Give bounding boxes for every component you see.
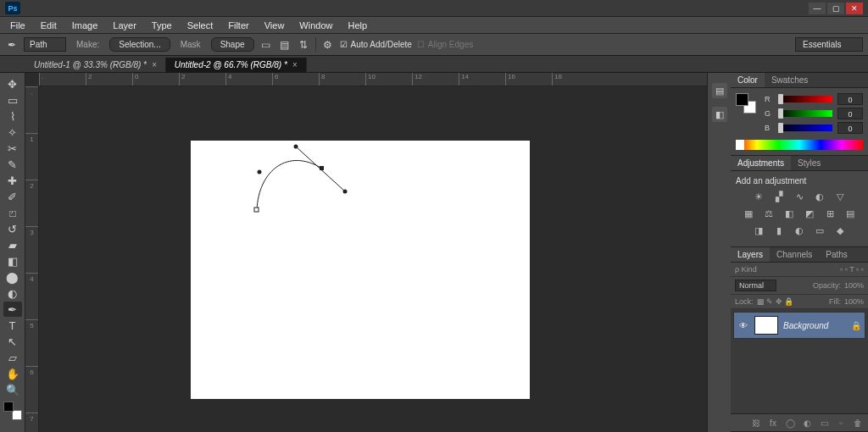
g-slider[interactable] (778, 110, 832, 117)
make-shape-button[interactable]: Shape (211, 37, 254, 52)
threshold-icon[interactable]: ◐ (793, 224, 806, 236)
b-value[interactable]: 0 (837, 122, 863, 134)
balance-icon[interactable]: ⚖ (762, 208, 776, 219)
adjustments-tab[interactable]: Adjustments (731, 156, 791, 170)
link-icon[interactable]: ⛓ (750, 417, 762, 429)
stamp-tool[interactable]: ⏍ (3, 205, 22, 220)
workspace-dropdown[interactable]: Essentials (795, 37, 863, 52)
fill-value[interactable]: 100% (844, 297, 864, 306)
path-select-tool[interactable]: ↖ (3, 334, 22, 349)
exposure-icon[interactable]: ◐ (813, 191, 826, 202)
make-mask-button[interactable]: Mask (175, 38, 206, 51)
layer-name[interactable]: Background (783, 321, 846, 330)
close-icon[interactable]: × (292, 60, 298, 69)
menu-view[interactable]: View (258, 19, 292, 32)
channel-mixer-icon[interactable]: ⊞ (823, 208, 837, 219)
styles-tab[interactable]: Styles (791, 156, 827, 170)
eraser-tool[interactable]: ▰ (3, 237, 22, 252)
history-brush-tool[interactable]: ↺ (3, 221, 22, 236)
paths-tab[interactable]: Paths (819, 247, 854, 262)
vibrance-icon[interactable]: ▽ (833, 191, 847, 202)
zoom-tool[interactable]: 🔍 (3, 382, 22, 397)
mask-icon[interactable]: ◯ (784, 417, 796, 429)
dodge-tool[interactable]: ◐ (3, 285, 22, 301)
path-ops-icon[interactable]: ▭ (259, 38, 273, 52)
maximize-button[interactable]: ▢ (827, 3, 844, 14)
crop-tool[interactable]: ✂ (3, 141, 22, 156)
color-tab[interactable]: Color (731, 73, 765, 87)
trash-icon[interactable]: 🗑 (852, 417, 864, 429)
hue-icon[interactable]: ▦ (742, 208, 755, 219)
lasso-tool[interactable]: ⌇ (3, 108, 22, 124)
mode-dropdown[interactable]: Path (24, 37, 66, 52)
menu-help[interactable]: Help (341, 19, 374, 32)
r-slider[interactable] (778, 96, 832, 102)
posterize-icon[interactable]: ▮ (772, 224, 786, 236)
auto-add-delete-checkbox[interactable]: ☑Auto Add/Delete (340, 40, 412, 49)
curves-icon[interactable]: ∿ (793, 191, 806, 202)
bw-icon[interactable]: ◧ (782, 208, 796, 219)
document-tab[interactable]: Untitled-2 @ 66.7% (RGB/8) *× (166, 58, 307, 72)
marquee-tool[interactable]: ▭ (3, 92, 22, 108)
minimize-button[interactable]: — (809, 3, 826, 14)
layer-thumbnail[interactable] (754, 316, 778, 335)
path-arrange-icon[interactable]: ⇅ (297, 38, 310, 52)
layers-tab[interactable]: Layers (731, 247, 770, 262)
menu-file[interactable]: File (3, 19, 32, 32)
menu-edit[interactable]: Edit (34, 19, 64, 32)
path-align-icon[interactable]: ▤ (278, 38, 292, 52)
selective-icon[interactable]: ◆ (833, 224, 847, 236)
panel-fg-bg-swatch[interactable] (736, 93, 756, 114)
b-slider[interactable] (778, 125, 832, 131)
align-edges-checkbox[interactable]: ☐Align Edges (417, 40, 473, 49)
channels-tab[interactable]: Channels (770, 247, 819, 262)
fg-bg-swatch[interactable] (3, 402, 22, 420)
brush-tool[interactable]: ✐ (3, 189, 22, 204)
color-spectrum[interactable] (736, 140, 863, 150)
document-tab[interactable]: Untitled-1 @ 33.3% (RGB/8) *× (25, 58, 166, 72)
gradient-tool[interactable]: ◧ (3, 253, 22, 269)
invert-icon[interactable]: ◨ (752, 224, 765, 236)
adjustment-layer-icon[interactable]: ◐ (801, 417, 813, 429)
properties-panel-icon[interactable]: ◧ (712, 107, 727, 122)
blend-mode-dropdown[interactable]: Normal (735, 280, 776, 291)
layer-row[interactable]: 👁 Background 🔒 (733, 312, 865, 339)
photo-filter-icon[interactable]: ◩ (803, 208, 816, 219)
magic-wand-tool[interactable]: ✧ (3, 125, 22, 140)
gear-icon[interactable]: ⚙ (321, 38, 335, 52)
eyedropper-tool[interactable]: ✎ (3, 157, 22, 172)
menu-window[interactable]: Window (292, 19, 339, 32)
menu-select[interactable]: Select (181, 19, 220, 32)
healing-tool[interactable]: ✚ (3, 173, 22, 188)
pen-tool-icon[interactable]: ✒ (5, 38, 19, 52)
menu-image[interactable]: Image (65, 19, 105, 32)
ruler-vertical[interactable]: .12345678 (25, 86, 39, 432)
menu-type[interactable]: Type (145, 19, 179, 32)
gradient-map-icon[interactable]: ▭ (813, 224, 826, 236)
menu-filter[interactable]: Filter (221, 19, 255, 32)
pen-tool[interactable]: ✒ (3, 302, 22, 317)
history-panel-icon[interactable]: ▤ (712, 83, 727, 98)
type-tool[interactable]: T (3, 318, 22, 333)
new-layer-icon[interactable]: ▫ (835, 417, 847, 429)
levels-icon[interactable]: ▞ (772, 191, 786, 202)
canvas[interactable] (191, 141, 530, 399)
group-icon[interactable]: ▭ (818, 417, 830, 429)
ruler-horizontal[interactable]: .2024681012141618 (39, 73, 707, 86)
lookup-icon[interactable]: ▤ (843, 208, 857, 219)
opacity-value[interactable]: 100% (844, 281, 864, 290)
menu-layer[interactable]: Layer (106, 19, 143, 32)
swatches-tab[interactable]: Swatches (765, 73, 815, 87)
make-selection-button[interactable]: Selection... (109, 37, 170, 52)
g-value[interactable]: 0 (837, 108, 863, 119)
blur-tool[interactable]: ⬤ (3, 269, 22, 285)
move-tool[interactable]: ✥ (3, 76, 22, 91)
close-icon[interactable]: × (152, 60, 157, 69)
visibility-icon[interactable]: 👁 (737, 319, 749, 331)
r-value[interactable]: 0 (837, 93, 863, 105)
shape-tool[interactable]: ▱ (3, 350, 22, 365)
canvas-area[interactable]: .2024681012141618 .12345678 (25, 73, 707, 432)
brightness-icon[interactable]: ☀ (752, 191, 765, 202)
hand-tool[interactable]: ✋ (3, 366, 22, 381)
fx-icon[interactable]: fx (767, 417, 779, 429)
